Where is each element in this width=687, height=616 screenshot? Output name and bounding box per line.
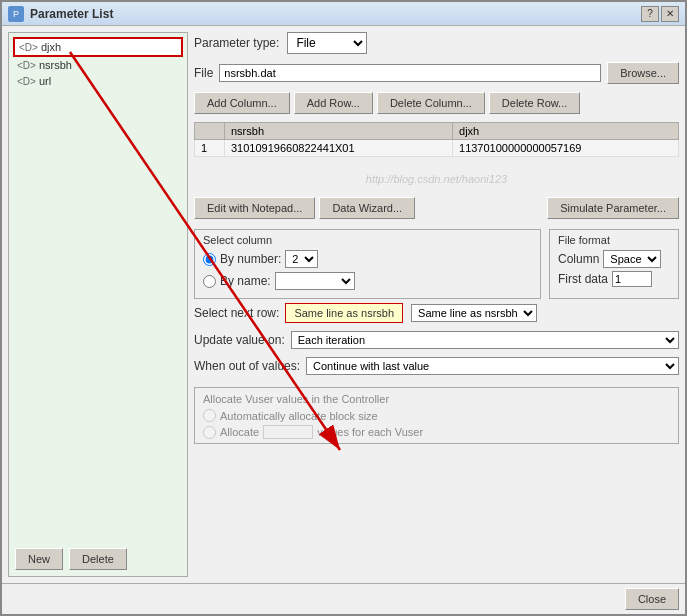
allocate-section: Allocate Vuser values in the Controller … [194, 387, 679, 444]
select-column-title: Select column [203, 234, 532, 246]
simulate-button[interactable]: Simulate Parameter... [547, 197, 679, 219]
by-number-radio[interactable] [203, 253, 216, 266]
param-type-row: Parameter type: File [194, 32, 679, 54]
row-index: 1 [195, 140, 225, 157]
column-format-select[interactable]: Space [603, 250, 661, 268]
by-number-label: By number: [220, 252, 281, 266]
edit-notepad-button[interactable]: Edit with Notepad... [194, 197, 315, 219]
tooltip-same-line: Same line as nsrsbh [285, 303, 403, 323]
title-bar: P Parameter List ? ✕ [2, 2, 685, 26]
row-nsrsbh: 31010919660822441X01 [225, 140, 453, 157]
by-name-row: By name: [203, 272, 532, 290]
allocate-radio[interactable] [203, 426, 216, 439]
tree-item-djxh-label: djxh [41, 41, 61, 53]
data-table: nsrsbh djxh 1 31010919660822441X01 11370… [194, 122, 679, 157]
update-value-label: Update value on: [194, 333, 285, 347]
bottom-options: Select column By number: 2 By name: [194, 229, 679, 299]
browse-button[interactable]: Browse... [607, 62, 679, 84]
delete-row-button[interactable]: Delete Row... [489, 92, 580, 114]
add-column-button[interactable]: Add Column... [194, 92, 290, 114]
file-format-box: File format Column Space First data [549, 229, 679, 299]
select-next-row-select[interactable]: Same line as nsrsbh [411, 304, 537, 322]
data-wizard-button[interactable]: Data Wizard... [319, 197, 415, 219]
select-column-box: Select column By number: 2 By name: [194, 229, 541, 299]
new-button[interactable]: New [15, 548, 63, 570]
close-button-bottom[interactable]: Close [625, 588, 679, 610]
close-button[interactable]: ✕ [661, 6, 679, 22]
allocate-label: Allocate [220, 426, 259, 438]
when-out-label: When out of values: [194, 359, 300, 373]
watermark: http://blog.csdn.net/haoni123 [194, 165, 679, 193]
by-name-radio[interactable] [203, 275, 216, 288]
add-row-button[interactable]: Add Row... [294, 92, 373, 114]
section-buttons: Edit with Notepad... Data Wizard... Simu… [194, 197, 679, 219]
row-djxh: 11370100000000057169 [453, 140, 679, 157]
first-data-row: First data [558, 271, 670, 287]
update-value-select[interactable]: Each iteration [291, 331, 679, 349]
file-input[interactable] [219, 64, 601, 82]
tree-item-nsrsbh[interactable]: <D> nsrsbh [13, 57, 183, 73]
allocate-title: Allocate Vuser values in the Controller [203, 393, 389, 405]
tree-item-url-prefix: <D> [17, 76, 36, 87]
file-format-title: File format [558, 234, 670, 246]
content-area: <D> djxh <D> nsrsbh <D> url New Delete P… [2, 26, 685, 583]
tree-item-nsrsbh-prefix: <D> [17, 60, 36, 71]
select-next-row: Select next row: Same line as nsrsbh Sam… [194, 303, 679, 323]
tree-item-nsrsbh-label: nsrsbh [39, 59, 72, 71]
table-toolbar: Add Column... Add Row... Delete Column..… [194, 92, 679, 114]
delete-button[interactable]: Delete [69, 548, 127, 570]
tree-item-url-label: url [39, 75, 51, 87]
tree-item-djxh[interactable]: <D> djxh [13, 37, 183, 57]
title-bar-left: P Parameter List [8, 6, 113, 22]
when-out-row: When out of values: Continue with last v… [194, 357, 679, 375]
col-header-index [195, 123, 225, 140]
left-panel-buttons: New Delete [15, 548, 181, 570]
allocate-input[interactable] [263, 425, 313, 439]
auto-allocate-row: Automatically allocate block size [203, 409, 670, 422]
delete-column-button[interactable]: Delete Column... [377, 92, 485, 114]
col-header-nsrsbh: nsrsbh [225, 123, 453, 140]
by-name-label: By name: [220, 274, 271, 288]
tree-item-djxh-prefix: <D> [19, 42, 38, 53]
select-next-row-label: Select next row: [194, 306, 279, 320]
auto-allocate-label: Automatically allocate block size [220, 410, 378, 422]
window-icon: P [8, 6, 24, 22]
left-panel: <D> djxh <D> nsrsbh <D> url New Delete [8, 32, 188, 577]
auto-allocate-radio[interactable] [203, 409, 216, 422]
by-number-row: By number: 2 [203, 250, 532, 268]
help-button[interactable]: ? [641, 6, 659, 22]
allocate-values-label: values for each Vuser [317, 426, 423, 438]
by-number-select[interactable]: 2 [285, 250, 318, 268]
title-bar-buttons: ? ✕ [641, 6, 679, 22]
bottom-bar: Close [2, 583, 685, 614]
when-out-select[interactable]: Continue with last value [306, 357, 679, 375]
column-format-row: Column Space [558, 250, 670, 268]
right-panel: Parameter type: File File Browse... Add … [194, 32, 679, 577]
update-value-row: Update value on: Each iteration [194, 331, 679, 349]
file-row: File Browse... [194, 62, 679, 84]
first-data-input[interactable] [612, 271, 652, 287]
parameter-list-window: P Parameter List ? ✕ <D> djxh <D> nsrsbh… [0, 0, 687, 616]
param-type-label: Parameter type: [194, 36, 279, 50]
tree-item-url[interactable]: <D> url [13, 73, 183, 89]
section-buttons-left: Edit with Notepad... Data Wizard... [194, 197, 415, 219]
param-type-select[interactable]: File [287, 32, 367, 54]
table-row: 1 31010919660822441X01 11370100000000057… [195, 140, 679, 157]
window-title: Parameter List [30, 7, 113, 21]
allocate-row: Allocate values for each Vuser [203, 425, 670, 439]
file-label: File [194, 66, 213, 80]
by-name-select[interactable] [275, 272, 355, 290]
col-header-djxh: djxh [453, 123, 679, 140]
first-data-label: First data [558, 272, 608, 286]
column-format-label: Column [558, 252, 599, 266]
